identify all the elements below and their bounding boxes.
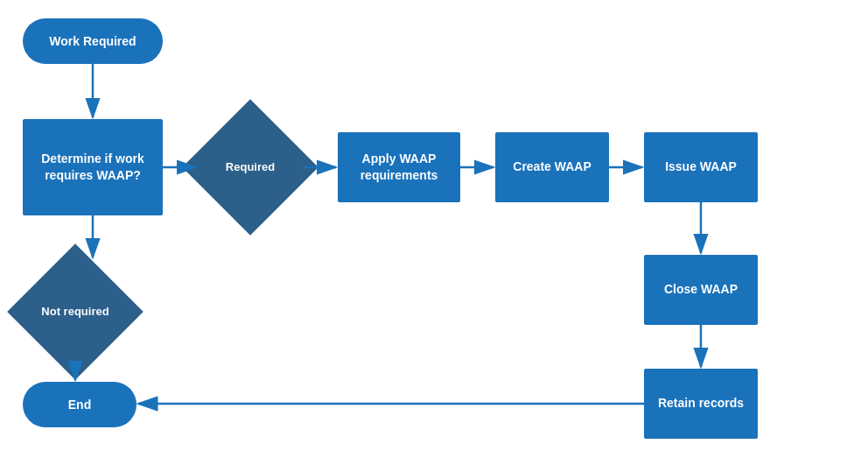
retain-records-node: Retain records xyxy=(644,369,758,439)
required-diamond-node: Required xyxy=(198,115,303,220)
create-waap-node: Create WAAP xyxy=(495,132,609,202)
required-diamond-shape xyxy=(182,99,318,236)
close-waap-node: Close WAAP xyxy=(644,255,758,325)
not-required-diamond-shape xyxy=(7,243,144,380)
determine-node: Determine if work requires WAAP? xyxy=(23,119,163,215)
issue-waap-node: Issue WAAP xyxy=(644,132,758,202)
apply-waap-node: Apply WAAP requirements xyxy=(338,132,460,202)
end-node: End xyxy=(23,382,136,427)
work-required-node: Work Required xyxy=(23,18,163,64)
not-required-diamond-node: Not required xyxy=(23,259,128,364)
flowchart-diagram: Work Required Determine if work requires… xyxy=(5,5,863,461)
